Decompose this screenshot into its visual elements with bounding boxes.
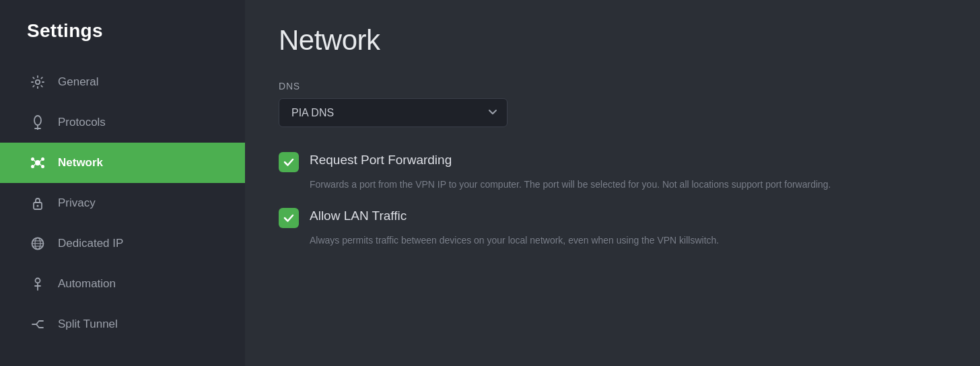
dedicated-ip-icon <box>30 235 46 252</box>
settings-title: Settings <box>0 13 245 62</box>
port-forwarding-setting: Request Port Forwarding Forwards a port … <box>279 151 946 192</box>
svg-point-20 <box>36 279 40 283</box>
sidebar-item-automation-label: Automation <box>58 277 116 291</box>
lan-traffic-label: Allow LAN Traffic <box>310 207 407 226</box>
port-forwarding-label: Request Port Forwarding <box>310 151 452 170</box>
sidebar-item-automation[interactable]: Automation <box>0 264 245 304</box>
split-tunnel-icon <box>30 316 46 332</box>
main-content: Network DNS PIA DNS System DNS Custom DN… <box>245 0 980 366</box>
divider-1 <box>279 146 946 147</box>
sidebar-item-protocols-label: Protocols <box>58 116 106 129</box>
sidebar: Settings General Protocols <box>0 0 245 366</box>
svg-line-12 <box>40 164 41 166</box>
page-title: Network <box>279 24 946 57</box>
svg-point-0 <box>36 80 40 84</box>
privacy-icon <box>30 195 46 211</box>
svg-point-4 <box>35 160 40 166</box>
sidebar-item-split-tunnel-label: Split Tunnel <box>58 318 118 331</box>
lan-traffic-description: Always permits traffic between devices o… <box>310 233 915 248</box>
svg-line-9 <box>34 160 35 161</box>
dns-label: DNS <box>279 81 946 92</box>
gear-icon <box>30 74 46 90</box>
lan-traffic-checkbox[interactable] <box>279 208 299 228</box>
port-forwarding-description: Forwards a port from the VPN IP to your … <box>310 178 915 192</box>
dns-section: DNS PIA DNS System DNS Custom DNS <box>279 81 946 127</box>
protocols-icon <box>30 114 46 131</box>
port-forwarding-row: Request Port Forwarding <box>279 151 946 172</box>
dns-select-wrapper: PIA DNS System DNS Custom DNS <box>279 98 508 127</box>
lan-traffic-setting: Allow LAN Traffic Always permits traffic… <box>279 207 946 248</box>
automation-icon <box>30 276 46 292</box>
sidebar-item-network-label: Network <box>58 156 103 170</box>
svg-point-5 <box>31 157 34 161</box>
svg-point-8 <box>41 165 44 168</box>
sidebar-item-privacy[interactable]: Privacy <box>0 183 245 223</box>
svg-point-1 <box>34 116 41 125</box>
sidebar-item-general[interactable]: General <box>0 62 245 102</box>
svg-point-6 <box>41 157 44 161</box>
sidebar-item-dedicated-ip[interactable]: Dedicated IP <box>0 223 245 264</box>
port-forwarding-checkbox[interactable] <box>279 152 299 172</box>
sidebar-item-network[interactable]: Network <box>0 143 245 183</box>
svg-line-11 <box>34 164 35 166</box>
svg-line-10 <box>40 160 41 161</box>
lan-traffic-row: Allow LAN Traffic <box>279 207 946 228</box>
network-icon <box>30 155 46 171</box>
dns-select[interactable]: PIA DNS System DNS Custom DNS <box>279 98 508 127</box>
svg-point-14 <box>37 205 39 207</box>
sidebar-item-split-tunnel[interactable]: Split Tunnel <box>0 304 245 344</box>
sidebar-item-privacy-label: Privacy <box>58 196 96 210</box>
sidebar-item-protocols[interactable]: Protocols <box>0 102 245 143</box>
sidebar-item-dedicated-ip-label: Dedicated IP <box>58 237 123 250</box>
sidebar-item-general-label: General <box>58 75 98 89</box>
svg-point-7 <box>31 165 34 168</box>
